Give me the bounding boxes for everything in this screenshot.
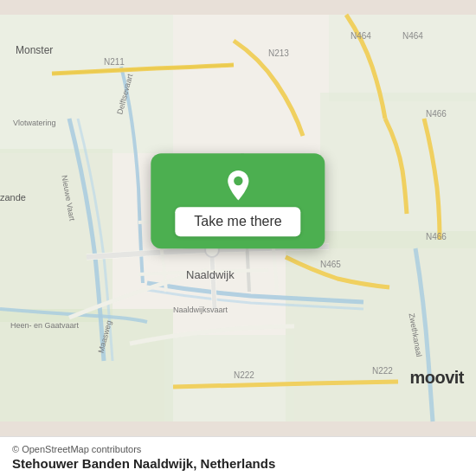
- svg-rect-7: [164, 335, 294, 421]
- svg-text:Monster: Monster: [16, 44, 53, 56]
- svg-text:N466: N466: [426, 232, 447, 241]
- map-container: N211 N213 N464 N464 N466 N466 N465 N222 …: [0, 0, 476, 436]
- svg-text:N466: N466: [426, 109, 447, 119]
- svg-text:N211: N211: [104, 57, 125, 67]
- svg-rect-3: [329, 15, 476, 101]
- moovit-logo: moovit: [409, 368, 464, 388]
- svg-text:N465: N465: [320, 260, 341, 269]
- svg-text:Naaldwijk: Naaldwijk: [186, 268, 235, 281]
- svg-text:N464: N464: [351, 31, 371, 41]
- svg-rect-2: [0, 149, 113, 322]
- popup-card: Take me there: [151, 153, 325, 248]
- svg-text:zande: zande: [0, 192, 26, 203]
- svg-text:Vlotwatering: Vlotwatering: [13, 119, 56, 127]
- location-name: Stehouwer Banden Naaldwijk, Netherlands: [12, 456, 464, 471]
- footer: © OpenStreetMap contributors Stehouwer B…: [0, 436, 476, 476]
- location-pin-icon: [222, 169, 254, 202]
- svg-rect-1: [0, 15, 173, 153]
- svg-rect-4: [320, 93, 476, 248]
- take-me-there-button[interactable]: Take me there: [175, 207, 300, 236]
- app: N211 N213 N464 N464 N466 N466 N465 N222 …: [0, 0, 476, 476]
- moovit-brand-text: moovit: [409, 368, 464, 388]
- svg-text:N222: N222: [234, 370, 254, 380]
- svg-text:N222: N222: [372, 366, 393, 376]
- svg-text:N213: N213: [268, 48, 289, 58]
- svg-text:Heen- en Gaatvaart: Heen- en Gaatvaart: [10, 321, 80, 330]
- svg-text:Naaldwijksvaart: Naaldwijksvaart: [173, 306, 228, 314]
- svg-rect-5: [286, 231, 476, 421]
- osm-credit: © OpenStreetMap contributors: [12, 444, 464, 454]
- svg-text:N464: N464: [402, 31, 423, 41]
- svg-point-28: [234, 177, 242, 185]
